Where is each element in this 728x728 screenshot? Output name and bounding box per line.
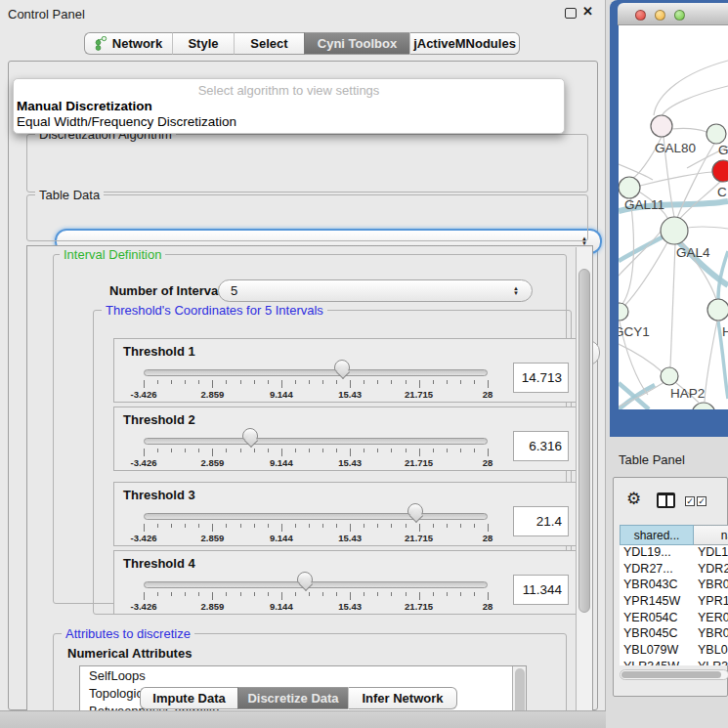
zoom-traffic-light-icon[interactable] [674,10,685,21]
attribute-list-item[interactable]: SelfLoops [80,666,526,684]
table-horizontal-scrollbar[interactable] [620,669,728,680]
slider-track[interactable] [144,369,488,376]
threshold-panel: Threshold 3 -3.4262.8599.14415.4321.7152… [113,482,577,546]
slider-track[interactable] [144,438,488,445]
network-node[interactable] [707,299,728,321]
slider-thumb[interactable] [297,572,313,584]
network-view-window: GAL80GACGAL11GAL4GCY1HHAP2 [610,0,728,437]
table-cell[interactable]: YDL19... [620,545,694,562]
float-window-icon[interactable] [565,8,577,19]
scrollbar-thumb[interactable] [621,671,721,678]
table-cell[interactable]: YBR0 [694,578,728,594]
tab-cyni-toolbox[interactable]: Cyni Toolbox [304,32,409,55]
network-edge [705,321,717,402]
table-cell[interactable]: YLR3 [694,660,728,665]
network-node[interactable] [661,367,678,385]
table-cell[interactable]: YDL1 [694,545,728,562]
slider-thumb[interactable] [334,360,350,372]
slider-thumb[interactable] [242,428,258,441]
tab-infer-network[interactable]: Infer Network [348,687,457,709]
table-cell[interactable]: YPR1 [694,594,728,611]
network-node[interactable] [661,217,688,244]
table-cell[interactable]: YDR2 [694,562,728,578]
network-node[interactable] [707,124,726,144]
threshold-value-field[interactable]: 14.713 [513,363,569,393]
table-row[interactable]: YBR043CYBR0 [620,578,728,594]
tab-style[interactable]: Style [172,32,234,55]
tab-network[interactable]: Network [84,32,172,55]
table-panel-title: Table Panel [619,452,685,467]
threshold-slider[interactable]: -3.4262.8599.14415.4321.71528 [114,339,505,404]
threshold-slider[interactable]: -3.4262.8599.14415.4321.71528 [114,551,505,616]
attributes-scrollbar[interactable] [512,666,526,712]
slider-thumb[interactable] [407,503,423,516]
threshold-value-field[interactable]: 6.316 [513,431,569,461]
threshold-value-field[interactable]: 21.4 [513,506,569,536]
popup-item[interactable]: Equal Width/Frequency Discretization [17,114,236,129]
network-node-label: GAL80 [655,141,696,155]
interval-definition-group: Interval Definition Number of Intervals … [53,254,567,604]
network-node[interactable] [692,403,715,409]
network-node[interactable] [619,177,640,198]
control-panel-titlebar: Control Panel ✕ [0,0,606,27]
table-cell[interactable]: YBL079W [620,643,694,660]
table-cell[interactable]: YBR043C [620,578,694,594]
column-header[interactable]: na [694,525,728,545]
slider-track[interactable] [144,513,488,520]
table-cell[interactable]: YBR045C [620,626,694,643]
table-cell[interactable]: YLR345W [620,660,694,665]
popup-item[interactable]: Manual Discretization [17,99,152,113]
table-cell[interactable]: YBL0 [694,643,728,660]
mac-window-titlebar[interactable] [618,3,728,25]
columns-icon[interactable] [657,492,675,508]
network-node[interactable] [651,115,672,137]
threshold-panel: Threshold 4 -3.4262.8599.14415.4321.7152… [113,550,577,615]
table-row[interactable]: YLR345WYLR3 [620,660,728,665]
network-node-label: GAL11 [624,197,664,212]
network-node[interactable] [712,160,728,182]
tab-impute-data[interactable]: Impute Data [140,687,237,709]
slider-tick-labels: -3.4262.8599.14415.4321.71528 [144,389,488,401]
table-row[interactable]: YER054CYER0 [620,611,728,627]
table-row[interactable]: YBL079WYBL0 [620,643,728,660]
table-cell[interactable]: YER0 [694,611,728,627]
algorithm-dropdown-popup: Select algorithm to view settings Manual… [13,78,565,134]
tab-label: Discretize Data [247,691,338,706]
threshold-slider[interactable]: -3.4262.8599.14415.4321.71528 [114,407,505,472]
table-cell[interactable]: YER054C [620,611,694,627]
threshold-value-field[interactable]: 11.344 [513,575,569,605]
number-of-intervals-label: Number of Intervals [109,283,229,298]
table-row[interactable]: YDL19...YDL1 [620,545,728,562]
threshold-slider[interactable]: -3.4262.8599.14415.4321.71528 [114,483,505,547]
network-node-label: GA [718,143,728,157]
table-cell[interactable]: YDR27... [620,562,694,578]
tab-discretize-data[interactable]: Discretize Data [237,687,348,709]
gear-icon[interactable]: ⚙ [626,489,641,509]
settings-vertical-scrollbar[interactable] [576,247,592,712]
tab-select[interactable]: Select [234,32,304,55]
table-row[interactable]: YPR145WYPR1 [620,594,728,611]
table-row[interactable]: YDR27...YDR2 [620,562,728,578]
slider-track[interactable] [144,581,488,588]
number-of-intervals-combobox[interactable]: 5 ▲▼ [218,279,533,302]
minimize-traffic-light-icon[interactable] [655,10,665,21]
network-canvas[interactable]: GAL80GACGAL11GAL4GCY1HHAP2 [619,25,728,409]
checkbox-icon[interactable]: ✓ [685,496,695,506]
scrollbar-thumb[interactable] [578,269,590,613]
tab-label: jActiveMNodules [413,36,516,51]
panel-title: Control Panel [8,7,85,21]
tab-jactivemnodules[interactable]: jActiveMNodules [409,32,520,55]
table-cell[interactable]: YPR145W [620,594,694,611]
column-header[interactable]: shared... [620,525,694,545]
threshold-panel: Threshold 2 -3.4262.8599.14415.4321.7152… [113,407,577,471]
close-traffic-light-icon[interactable] [635,10,646,21]
scrollbar-thumb[interactable] [515,668,525,712]
checkbox-icon[interactable]: ✓ [697,496,707,506]
network-node-label: GCY1 [619,324,650,339]
network-node[interactable] [619,303,628,321]
table-cell[interactable]: YBR0 [694,626,728,643]
close-icon[interactable]: ✕ [582,4,593,19]
table-row[interactable]: YBR045CYBR0 [620,626,728,643]
network-edge [619,236,664,261]
tab-label: Cyni Toolbox [318,36,397,51]
